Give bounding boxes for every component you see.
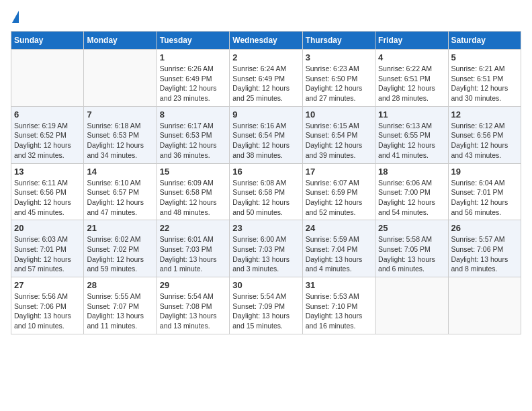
day-number: 15 [160, 167, 226, 177]
day-info: Sunrise: 5:56 AM Sunset: 7:06 PM Dayligh… [14, 291, 81, 331]
calendar-week-row: 13Sunrise: 6:11 AM Sunset: 6:56 PM Dayli… [11, 163, 521, 220]
calendar-day-cell: 26Sunrise: 5:57 AM Sunset: 7:06 PM Dayli… [448, 220, 521, 277]
day-number: 29 [160, 280, 226, 290]
day-info: Sunrise: 6:06 AM Sunset: 7:00 PM Dayligh… [378, 178, 445, 218]
weekday-header: Friday [375, 32, 448, 50]
weekday-header: Wednesday [230, 32, 302, 50]
day-info: Sunrise: 6:09 AM Sunset: 6:58 PM Dayligh… [160, 178, 226, 218]
day-number: 11 [378, 109, 445, 120]
calendar-table: SundayMondayTuesdayWednesdayThursdayFrid… [11, 31, 521, 334]
calendar-day-cell: 5Sunrise: 6:21 AM Sunset: 6:51 PM Daylig… [448, 50, 521, 107]
calendar-day-cell: 30Sunrise: 5:54 AM Sunset: 7:09 PM Dayli… [230, 277, 302, 334]
day-info: Sunrise: 6:23 AM Sunset: 6:50 PM Dayligh… [306, 64, 372, 103]
day-number: 22 [160, 223, 226, 233]
day-info: Sunrise: 6:15 AM Sunset: 6:54 PM Dayligh… [306, 121, 372, 161]
day-info: Sunrise: 6:08 AM Sunset: 6:58 PM Dayligh… [232, 178, 299, 218]
calendar-week-row: 1Sunrise: 6:26 AM Sunset: 6:49 PM Daylig… [11, 50, 521, 107]
calendar-day-cell: 6Sunrise: 6:19 AM Sunset: 6:52 PM Daylig… [11, 106, 84, 163]
day-info: Sunrise: 5:57 AM Sunset: 7:06 PM Dayligh… [451, 234, 518, 274]
day-number: 4 [378, 52, 445, 62]
day-info: Sunrise: 6:18 AM Sunset: 6:53 PM Dayligh… [87, 121, 153, 161]
calendar-day-cell: 1Sunrise: 6:26 AM Sunset: 6:49 PM Daylig… [157, 50, 229, 107]
calendar-day-cell [11, 50, 84, 107]
calendar-body: 1Sunrise: 6:26 AM Sunset: 6:49 PM Daylig… [11, 50, 521, 334]
day-info: Sunrise: 6:03 AM Sunset: 7:01 PM Dayligh… [14, 234, 81, 274]
calendar-day-cell: 17Sunrise: 6:07 AM Sunset: 6:59 PM Dayli… [302, 163, 375, 220]
day-number: 17 [306, 167, 372, 177]
calendar-day-cell: 28Sunrise: 5:55 AM Sunset: 7:07 PM Dayli… [84, 277, 157, 334]
calendar-week-row: 20Sunrise: 6:03 AM Sunset: 7:01 PM Dayli… [11, 220, 521, 277]
calendar-day-cell: 3Sunrise: 6:23 AM Sunset: 6:50 PM Daylig… [302, 50, 375, 107]
calendar-day-cell: 10Sunrise: 6:15 AM Sunset: 6:54 PM Dayli… [302, 106, 375, 163]
calendar-day-cell: 15Sunrise: 6:09 AM Sunset: 6:58 PM Dayli… [157, 163, 229, 220]
day-info: Sunrise: 6:13 AM Sunset: 6:55 PM Dayligh… [378, 121, 445, 161]
day-number: 9 [232, 109, 299, 120]
day-number: 25 [378, 223, 445, 233]
day-number: 12 [451, 109, 518, 120]
day-info: Sunrise: 5:54 AM Sunset: 7:08 PM Dayligh… [160, 291, 226, 331]
logo-icon [12, 11, 19, 23]
day-number: 6 [14, 109, 81, 120]
day-info: Sunrise: 6:11 AM Sunset: 6:56 PM Dayligh… [14, 178, 81, 218]
day-number: 23 [232, 223, 299, 233]
calendar-week-row: 6Sunrise: 6:19 AM Sunset: 6:52 PM Daylig… [11, 106, 521, 163]
calendar-day-cell: 29Sunrise: 5:54 AM Sunset: 7:08 PM Dayli… [157, 277, 229, 334]
day-info: Sunrise: 5:59 AM Sunset: 7:04 PM Dayligh… [306, 234, 372, 274]
day-number: 10 [306, 109, 372, 120]
day-number: 8 [160, 109, 226, 120]
day-info: Sunrise: 6:04 AM Sunset: 7:01 PM Dayligh… [451, 178, 518, 218]
day-info: Sunrise: 5:53 AM Sunset: 7:10 PM Dayligh… [306, 291, 372, 331]
calendar-day-cell: 2Sunrise: 6:24 AM Sunset: 6:49 PM Daylig… [230, 50, 302, 107]
day-number: 28 [87, 280, 153, 290]
day-number: 27 [14, 280, 81, 290]
calendar-day-cell: 24Sunrise: 5:59 AM Sunset: 7:04 PM Dayli… [302, 220, 375, 277]
weekday-header: Saturday [448, 32, 521, 50]
calendar-day-cell: 12Sunrise: 6:12 AM Sunset: 6:56 PM Dayli… [448, 106, 521, 163]
day-info: Sunrise: 5:55 AM Sunset: 7:07 PM Dayligh… [87, 291, 153, 331]
day-info: Sunrise: 6:16 AM Sunset: 6:54 PM Dayligh… [232, 121, 299, 161]
day-number: 16 [232, 167, 299, 177]
day-number: 19 [451, 167, 518, 177]
day-number: 31 [306, 280, 372, 290]
day-info: Sunrise: 6:26 AM Sunset: 6:49 PM Dayligh… [160, 64, 226, 103]
day-info: Sunrise: 5:58 AM Sunset: 7:05 PM Dayligh… [378, 234, 445, 274]
calendar-day-cell: 13Sunrise: 6:11 AM Sunset: 6:56 PM Dayli… [11, 163, 84, 220]
day-number: 2 [232, 52, 299, 62]
day-info: Sunrise: 6:24 AM Sunset: 6:49 PM Dayligh… [232, 64, 299, 103]
day-info: Sunrise: 5:54 AM Sunset: 7:09 PM Dayligh… [232, 291, 299, 331]
calendar-day-cell: 20Sunrise: 6:03 AM Sunset: 7:01 PM Dayli… [11, 220, 84, 277]
day-info: Sunrise: 6:22 AM Sunset: 6:51 PM Dayligh… [378, 64, 445, 103]
calendar-day-cell: 21Sunrise: 6:02 AM Sunset: 7:02 PM Dayli… [84, 220, 157, 277]
day-number: 13 [14, 167, 81, 177]
day-number: 18 [378, 167, 445, 177]
day-info: Sunrise: 6:07 AM Sunset: 6:59 PM Dayligh… [306, 178, 372, 218]
calendar-day-cell: 7Sunrise: 6:18 AM Sunset: 6:53 PM Daylig… [84, 106, 157, 163]
calendar-day-cell: 31Sunrise: 5:53 AM Sunset: 7:10 PM Dayli… [302, 277, 375, 334]
calendar-day-cell: 9Sunrise: 6:16 AM Sunset: 6:54 PM Daylig… [230, 106, 302, 163]
day-info: Sunrise: 6:12 AM Sunset: 6:56 PM Dayligh… [451, 121, 518, 161]
calendar-day-cell [448, 277, 521, 334]
day-number: 30 [232, 280, 299, 290]
day-info: Sunrise: 6:01 AM Sunset: 7:03 PM Dayligh… [160, 234, 226, 274]
weekday-header: Monday [84, 32, 157, 50]
calendar-day-cell [375, 277, 448, 334]
calendar-day-cell: 16Sunrise: 6:08 AM Sunset: 6:58 PM Dayli… [230, 163, 302, 220]
day-info: Sunrise: 6:19 AM Sunset: 6:52 PM Dayligh… [14, 121, 81, 161]
calendar-header-row: SundayMondayTuesdayWednesdayThursdayFrid… [11, 32, 521, 50]
calendar-day-cell: 8Sunrise: 6:17 AM Sunset: 6:53 PM Daylig… [157, 106, 229, 163]
day-number: 21 [87, 223, 153, 233]
calendar-day-cell: 23Sunrise: 6:00 AM Sunset: 7:03 PM Dayli… [230, 220, 302, 277]
calendar-day-cell: 14Sunrise: 6:10 AM Sunset: 6:57 PM Dayli… [84, 163, 157, 220]
day-number: 7 [87, 109, 153, 120]
day-info: Sunrise: 6:21 AM Sunset: 6:51 PM Dayligh… [451, 64, 518, 103]
calendar-day-cell: 18Sunrise: 6:06 AM Sunset: 7:00 PM Dayli… [375, 163, 448, 220]
page-header [11, 11, 521, 24]
calendar-week-row: 27Sunrise: 5:56 AM Sunset: 7:06 PM Dayli… [11, 277, 521, 334]
logo [11, 11, 19, 24]
day-number: 26 [451, 223, 518, 233]
calendar-day-cell: 11Sunrise: 6:13 AM Sunset: 6:55 PM Dayli… [375, 106, 448, 163]
calendar-day-cell: 4Sunrise: 6:22 AM Sunset: 6:51 PM Daylig… [375, 50, 448, 107]
calendar-day-cell [84, 50, 157, 107]
weekday-header: Sunday [11, 32, 84, 50]
calendar-day-cell: 25Sunrise: 5:58 AM Sunset: 7:05 PM Dayli… [375, 220, 448, 277]
